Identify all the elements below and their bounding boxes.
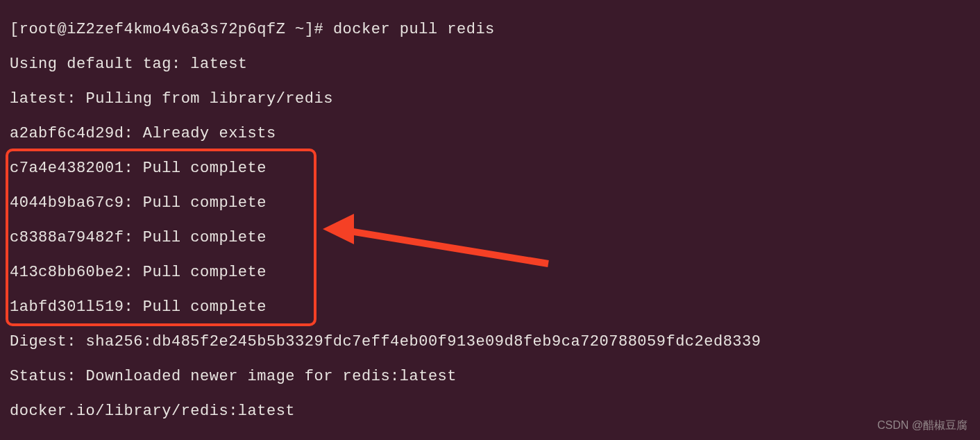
output-line: Digest: sha256:db485f2e245b5b3329fdc7eff… (10, 325, 970, 359)
watermark-text: CSDN @醋椒豆腐 (877, 418, 968, 433)
output-line: c8388a79482f: Pull complete (10, 221, 970, 255)
output-line: Using default tag: latest (10, 47, 970, 82)
shell-command: docker pull redis (333, 21, 495, 38)
output-line: docker.io/library/redis:latest (10, 394, 970, 429)
output-line: c7a4e4382001: Pull complete (10, 151, 970, 186)
output-line: 1abfd301l519: Pull complete (10, 290, 970, 325)
output-line: latest: Pulling from library/redis (10, 82, 970, 117)
output-line: 4044b9ba67c9: Pull complete (10, 186, 970, 221)
output-line: Status: Downloaded newer image for redis… (10, 359, 970, 394)
output-line: a2abf6c4d29d: Already exists (10, 117, 970, 151)
shell-prompt: [root@iZ2zef4kmo4v6a3s72p6qfZ ~]# (10, 21, 333, 38)
terminal-prompt-line: [root@iZ2zef4kmo4v6a3s72p6qfZ ~]# docker… (10, 12, 970, 47)
output-line: 413c8bb60be2: Pull complete (10, 255, 970, 290)
